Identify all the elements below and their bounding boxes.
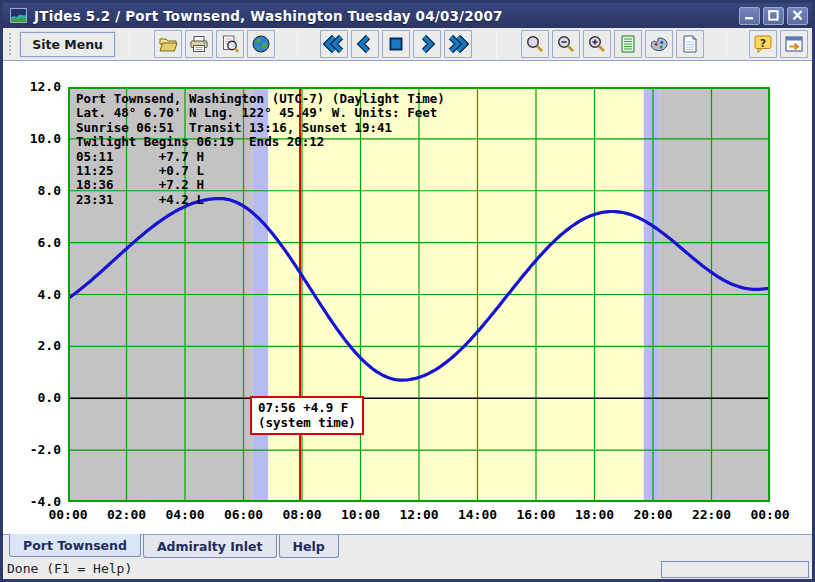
toolbar-separator (496, 30, 497, 59)
app-icon (10, 8, 27, 23)
x-tick-label: 00:00 (740, 507, 800, 522)
x-tick-label: 12:00 (389, 507, 449, 522)
system-time-tooltip: 07:56 +4.9 F (system time) (250, 396, 364, 435)
fast-back-button[interactable] (320, 30, 348, 58)
minimize-icon (743, 10, 756, 21)
document-icon (680, 34, 700, 54)
new-document-button[interactable] (676, 30, 704, 58)
tooltip-caption: (system time) (258, 415, 356, 430)
chart-info-line: Sunrise 06:51 Transit 13:16, Sunset 19:4… (76, 121, 445, 135)
help-icon: ? (753, 34, 773, 54)
world-map-button[interactable] (247, 30, 275, 58)
chart-info-line: 11:25 +0.7 L (76, 164, 445, 178)
tile-windows-button[interactable] (780, 30, 808, 58)
tab-port-townsend[interactable]: Port Townsend (9, 534, 141, 557)
toolbar-separator (726, 30, 727, 59)
maximize-icon (767, 10, 780, 21)
close-button[interactable] (787, 7, 808, 25)
titlebar[interactable]: JTides 5.2 / Port Townsend, Washington T… (3, 3, 812, 28)
colors-button[interactable] (645, 30, 673, 58)
zoom-reset-button[interactable] (521, 30, 549, 58)
toolbar: Site Menu (3, 28, 812, 61)
step-back-button[interactable] (351, 30, 379, 58)
zoom-in-icon (587, 34, 607, 54)
y-tick-label: 4.0 (3, 287, 61, 302)
step-forward-button[interactable] (413, 30, 441, 58)
y-tick-label: 6.0 (3, 235, 61, 250)
tab-label: Port Townsend (23, 538, 127, 553)
tide-chart-panel: Port Townsend, Washington (UTC-7) (Dayli… (3, 61, 812, 534)
x-tick-label: 14:00 (448, 507, 508, 522)
y-tick-label: 10.0 (3, 131, 61, 146)
zoom-out-icon (556, 34, 576, 54)
x-tick-label: 20:00 (623, 507, 683, 522)
chart-info-line: Port Townsend, Washington (UTC-7) (Dayli… (76, 92, 445, 106)
help-button[interactable]: ? (749, 30, 777, 58)
step-forward-icon (417, 34, 437, 54)
printer-icon (189, 34, 209, 54)
palette-icon (649, 34, 669, 54)
station-tabs: Port Townsend Admiralty Inlet Help (3, 534, 812, 558)
x-tick-label: 06:00 (214, 507, 274, 522)
toolbar-drag-handle[interactable] (7, 31, 13, 57)
x-tick-label: 10:00 (331, 507, 391, 522)
tide-table-button[interactable] (614, 30, 642, 58)
x-tick-label: 22:00 (682, 507, 742, 522)
app-window: JTides 5.2 / Port Townsend, Washington T… (0, 0, 815, 582)
tab-admiralty-inlet[interactable]: Admiralty Inlet (143, 535, 277, 558)
open-folder-icon (158, 34, 178, 54)
fast-forward-icon (447, 34, 469, 54)
toolbar-separator (297, 30, 298, 59)
fast-back-icon (323, 34, 345, 54)
step-back-icon (355, 34, 375, 54)
svg-text:?: ? (760, 37, 766, 50)
tab-label: Admiralty Inlet (157, 539, 263, 554)
toolbar-separator (129, 30, 130, 59)
chart-info-block: Port Townsend, Washington (UTC-7) (Dayli… (76, 92, 445, 207)
stop-button[interactable] (382, 30, 410, 58)
chart-info-line: 05:11 +7.7 H (76, 150, 445, 164)
tooltip-time-height: 07:56 +4.9 F (258, 400, 356, 415)
y-tick-label: 2.0 (3, 338, 61, 353)
chart-info-line: Lat. 48° 6.70' N Lng. 122° 45.49' W. Uni… (76, 106, 445, 120)
maximize-button[interactable] (763, 7, 784, 25)
x-tick-label: 02:00 (97, 507, 157, 522)
close-icon (791, 10, 804, 21)
zoom-in-button[interactable] (583, 30, 611, 58)
chart-info-line: Twilight Begins 06:19 Ends 20:12 (76, 135, 445, 149)
tide-table-icon (618, 34, 638, 54)
site-menu-button[interactable]: Site Menu (20, 32, 115, 57)
window-controls (739, 7, 808, 25)
status-secondary-field (661, 561, 809, 578)
x-tick-label: 00:00 (38, 507, 98, 522)
zoom-icon (525, 34, 545, 54)
print-preview-icon (220, 34, 240, 54)
statusbar: Done (F1 = Help) (3, 558, 812, 579)
window-title: JTides 5.2 / Port Townsend, Washington T… (34, 8, 732, 24)
print-preview-button[interactable] (216, 30, 244, 58)
print-button[interactable] (185, 30, 213, 58)
x-tick-label: 18:00 (565, 507, 625, 522)
fast-forward-button[interactable] (444, 30, 472, 58)
status-text: Done (F1 = Help) (7, 561, 132, 576)
y-tick-label: -2.0 (3, 442, 61, 457)
globe-icon (251, 34, 271, 54)
chart-info-line: 23:31 +4.2 L (76, 193, 445, 207)
y-tick-label: 0.0 (3, 390, 61, 405)
stop-icon (386, 34, 406, 54)
x-tick-label: 04:00 (155, 507, 215, 522)
y-tick-label: 8.0 (3, 183, 61, 198)
chart-info-line: 18:36 +7.2 H (76, 178, 445, 192)
zoom-out-button[interactable] (552, 30, 580, 58)
tab-label: Help (293, 539, 325, 554)
y-tick-label: 12.0 (3, 79, 61, 94)
tab-help[interactable]: Help (279, 535, 339, 558)
minimize-button[interactable] (739, 7, 760, 25)
x-tick-label: 16:00 (506, 507, 566, 522)
x-tick-label: 08:00 (272, 507, 332, 522)
tile-windows-icon (784, 34, 804, 54)
open-file-button[interactable] (154, 30, 182, 58)
